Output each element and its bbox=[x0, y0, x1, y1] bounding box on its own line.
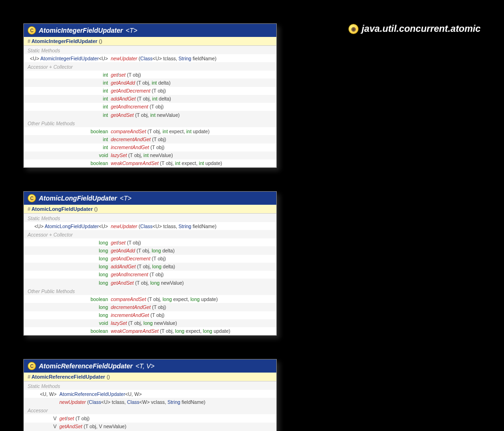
package-icon: ◉ bbox=[348, 24, 359, 34]
method-row: voidlazySet (T obj, int newValue) bbox=[24, 151, 276, 159]
method-row: intgetAndDecrement (T obj) bbox=[24, 87, 276, 95]
method-row: newUpdater (Class<U> tclass, Class<W> vc… bbox=[24, 398, 276, 406]
method-row: voidlazySet (T obj, long newValue) bbox=[24, 319, 276, 327]
section-label: Static Methods bbox=[24, 46, 276, 54]
method-row: intgetAndSet (T obj, int newValue) bbox=[24, 111, 276, 119]
section-label: Static Methods bbox=[24, 381, 276, 390]
method-row: <U> AtomicLongFieldUpdater<U>newUpdater … bbox=[24, 222, 276, 230]
package-label: java.util.concurrent.atomic bbox=[361, 23, 481, 34]
method-row: longdecrementAndGet (T obj) bbox=[24, 303, 276, 311]
method-row: longgetAndAdd (T obj, long delta) bbox=[24, 246, 276, 254]
method-row: longaddAndGet (T obj, long delta) bbox=[24, 263, 276, 271]
class-header: CAtomicLongFieldUpdater <T> bbox=[24, 192, 276, 205]
method-row: longget/set (T obj) bbox=[24, 238, 276, 246]
class-name: AtomicIntegerFieldUpdater bbox=[39, 27, 123, 34]
type-params: <T> bbox=[120, 194, 131, 202]
method-row: booleanweakCompareAndSet (T obj, int exp… bbox=[24, 159, 276, 167]
method-row: intgetAndIncrement (T obj) bbox=[24, 103, 276, 111]
method-row: longincrementAndGet (T obj) bbox=[24, 311, 276, 319]
method-row: <U> AtomicIntegerFieldUpdater<U>newUpdat… bbox=[24, 54, 276, 62]
method-row: longgetAndSet (T obj, long newValue) bbox=[24, 279, 276, 287]
method-row: intincrementAndGet (T obj) bbox=[24, 144, 276, 151]
constructor-row: #AtomicReferenceFieldUpdater () bbox=[24, 373, 276, 381]
class-cards-container: CAtomicIntegerFieldUpdater <T>#AtomicInt… bbox=[23, 23, 481, 431]
method-row: booleancompareAndSet (T obj, int expect,… bbox=[24, 127, 276, 135]
constructor-row: #AtomicIntegerFieldUpdater () bbox=[24, 37, 276, 46]
method-row: booleanweakCompareAndSet (T obj, long ex… bbox=[24, 327, 276, 335]
type-params: <T, V> bbox=[136, 362, 155, 370]
method-row: intget/set (T obj) bbox=[24, 71, 276, 79]
section-label: Other Public Methods bbox=[24, 119, 276, 127]
type-params: <T> bbox=[126, 27, 137, 34]
method-row: <U, W>AtomicReferenceFieldUpdater<U, W> bbox=[24, 390, 276, 398]
class-header: CAtomicReferenceFieldUpdater <T, V> bbox=[24, 359, 276, 373]
class-name: AtomicReferenceFieldUpdater bbox=[39, 362, 133, 370]
class-name: AtomicLongFieldUpdater bbox=[39, 194, 117, 202]
class-card: CAtomicIntegerFieldUpdater <T>#AtomicInt… bbox=[23, 23, 277, 168]
constructor-row: #AtomicLongFieldUpdater () bbox=[24, 205, 276, 214]
section-label: Static Methods bbox=[24, 214, 276, 222]
method-row: intaddAndGet (T obj, int delta) bbox=[24, 95, 276, 103]
method-row: booleancompareAndSet (T obj, long expect… bbox=[24, 295, 276, 303]
class-icon: C bbox=[28, 26, 36, 35]
class-icon: C bbox=[28, 362, 36, 370]
section-label: Accessor + Collector bbox=[24, 62, 276, 71]
method-row: intdecrementAndGet (T obj) bbox=[24, 135, 276, 143]
method-row: intgetAndAdd (T obj, int delta) bbox=[24, 79, 276, 86]
package-title: ◉ java.util.concurrent.atomic bbox=[348, 23, 481, 34]
method-row: Vget/set (T obj) bbox=[24, 414, 276, 422]
method-row: longgetAndIncrement (T obj) bbox=[24, 271, 276, 279]
section-label: Accessor + Collector bbox=[24, 230, 276, 238]
method-row: VgetAndSet (T obj, V newValue) bbox=[24, 423, 276, 431]
class-card: CAtomicLongFieldUpdater <T>#AtomicLongFi… bbox=[23, 191, 277, 336]
section-label: Accessor bbox=[24, 406, 276, 414]
class-icon: C bbox=[28, 194, 36, 202]
class-card: CAtomicReferenceFieldUpdater <T, V>#Atom… bbox=[23, 359, 277, 431]
section-label: Other Public Methods bbox=[24, 287, 276, 295]
class-header: CAtomicIntegerFieldUpdater <T> bbox=[24, 24, 276, 37]
method-row: longgetAndDecrement (T obj) bbox=[24, 255, 276, 263]
